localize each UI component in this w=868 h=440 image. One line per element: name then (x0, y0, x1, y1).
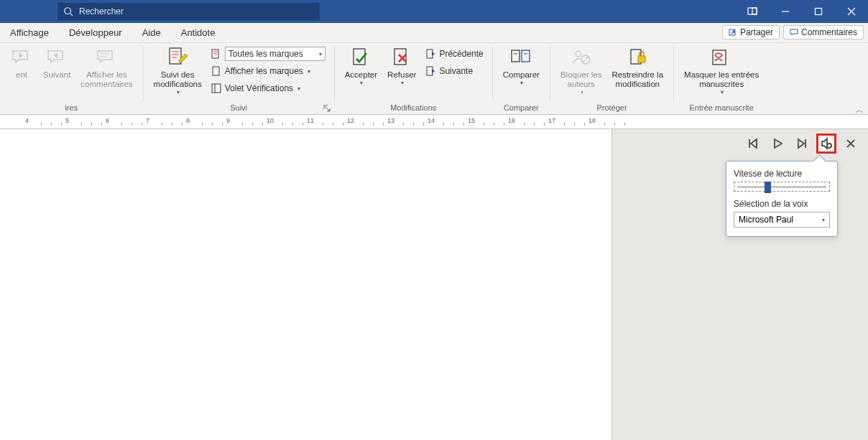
reviewing-pane-button[interactable]: Volet Vérifications ▾ (208, 80, 328, 96)
reviewing-pane-label: Volet Vérifications (225, 83, 293, 93)
share-button[interactable]: Partager (722, 25, 780, 39)
ruler-mark: 6 (106, 117, 109, 124)
minimize-button[interactable] (769, 0, 802, 23)
restrict-editing-label: Restreindre la modification (611, 70, 663, 89)
group-changes-label: Modifications (390, 103, 436, 114)
tab-aide[interactable]: Aide (132, 23, 171, 42)
read-aloud-toolbar (743, 134, 861, 154)
track-changes-label: Suivi des modifications (154, 70, 202, 89)
read-previous-button[interactable] (743, 134, 763, 154)
ruler-mark: 10 (267, 117, 274, 124)
svg-rect-18 (213, 67, 219, 75)
page-icon (211, 65, 222, 77)
track-changes-icon (166, 46, 189, 69)
ruler-mark: 15 (468, 117, 475, 124)
document-area: Vitesse de lecture Sélection de la voix … (0, 129, 868, 440)
comments-button[interactable]: Commentaires (783, 25, 864, 39)
titlebar (0, 0, 868, 23)
group-ink: Masquer les entrées manuscrites ▾ Entrée… (674, 43, 769, 114)
comments-label: Commentaires (801, 27, 857, 37)
reading-speed-slider[interactable] (734, 182, 830, 192)
show-markup-label: Afficher les marques (225, 66, 303, 76)
side-gutter: Vitesse de lecture Sélection de la voix … (612, 129, 868, 440)
group-comments: ent Suivant Afficher les commentaires ir… (0, 43, 143, 114)
ink-icon (710, 46, 733, 69)
group-compare: Comparer ▾ Comparer (493, 43, 550, 114)
ruler-mark: 11 (307, 117, 314, 124)
close-button[interactable] (835, 0, 868, 23)
svg-rect-19 (212, 84, 221, 93)
ribbon-tabs: Affichage Développeur Aide Antidote Part… (0, 23, 868, 43)
markup-display-combo[interactable]: Toutes les marques▾ (208, 46, 328, 62)
ruler-mark: 8 (186, 117, 190, 124)
block-authors-button: Bloquer les auteurs ▾ (556, 45, 606, 100)
read-play-button[interactable] (767, 134, 788, 154)
show-comments-button: Afficher les commentaires (76, 45, 137, 100)
ruler-mark: 9 (226, 117, 230, 124)
svg-rect-33 (638, 56, 645, 62)
speech-bubble-icon (95, 46, 118, 69)
svg-rect-3 (752, 8, 757, 14)
show-comments-label: Afficher les commentaires (80, 70, 132, 89)
hide-ink-button[interactable]: Masquer les entrées manuscrites ▾ (680, 45, 763, 100)
collapse-ribbon-button[interactable]: ︿ (856, 105, 864, 116)
speech-bubble-right-icon (45, 46, 68, 69)
read-settings-button[interactable] (816, 134, 836, 154)
maximize-button[interactable] (802, 0, 835, 23)
svg-rect-24 (427, 67, 433, 75)
ruler-mark: 14 (428, 117, 435, 124)
group-comments-label: ires (65, 103, 78, 114)
show-markup-button[interactable]: Afficher les marques ▾ (208, 63, 328, 79)
read-aloud-settings-popover: Vitesse de lecture Sélection de la voix … (726, 161, 838, 237)
tab-antidote[interactable]: Antidote (171, 23, 226, 42)
share-icon (729, 28, 737, 37)
search-box[interactable] (57, 3, 320, 20)
tab-affichage[interactable]: Affichage (0, 23, 59, 42)
accept-button[interactable]: Accepter ▾ (341, 45, 382, 100)
suivi-dialog-launcher[interactable] (323, 103, 333, 113)
window-controls (736, 0, 868, 23)
reject-button[interactable]: Refuser ▾ (383, 45, 420, 100)
prev-change-button[interactable]: Précédente (422, 46, 486, 62)
svg-rect-26 (522, 50, 530, 62)
ruler-mark: 5 (65, 117, 69, 124)
group-ink-label: Entrée manuscrite (690, 103, 754, 114)
search-input[interactable] (79, 6, 314, 17)
next-change-label: Suivante (439, 66, 473, 76)
voice-select-label: Sélection de la voix (734, 199, 830, 209)
ribbon: ent Suivant Afficher les commentaires ir… (0, 43, 868, 115)
svg-line-31 (583, 57, 588, 62)
accept-label: Accepter (345, 70, 377, 80)
compare-button[interactable]: Comparer ▾ (499, 45, 544, 100)
group-protect: Bloquer les auteurs ▾ Restreindre la mod… (550, 43, 673, 114)
group-suivi-label: Suivi (230, 103, 247, 114)
pane-icon (211, 83, 222, 94)
next-comment-button: Suivant (39, 45, 75, 100)
next-comment-label: Suivant (43, 70, 70, 80)
group-changes: Accepter ▾ Refuser ▾ Précédente Suivante… (335, 43, 492, 114)
ruler-mark: 16 (508, 117, 515, 124)
tab-developpeur[interactable]: Développeur (59, 23, 132, 42)
prev-comment-label: ent (16, 70, 27, 80)
next-change-icon (425, 65, 436, 77)
prev-comment-button: ent (6, 45, 37, 100)
read-next-button[interactable] (792, 134, 812, 154)
voice-select-value: Microsoft Paul (739, 215, 793, 225)
svg-rect-23 (427, 50, 433, 58)
share-label: Partager (740, 27, 773, 37)
hide-ink-label: Masquer les entrées manuscrites (684, 70, 759, 89)
group-suivi: Suivi des modifications ▾ Toutes les mar… (144, 43, 334, 114)
ruler[interactable]: 456789101112131415161718 (0, 115, 868, 129)
track-changes-button[interactable]: Suivi des modifications ▾ (149, 45, 206, 100)
read-close-button[interactable] (841, 134, 861, 154)
restrict-editing-button[interactable]: Restreindre la modification (607, 45, 668, 100)
markup-combo-value: Toutes les marques (228, 49, 303, 59)
svg-rect-5 (816, 9, 822, 15)
slider-thumb[interactable] (765, 182, 771, 193)
next-change-button[interactable]: Suivante (422, 63, 486, 79)
ribbon-display-options-button[interactable] (736, 0, 769, 23)
search-icon (63, 6, 73, 17)
voice-select[interactable]: Microsoft Paul ▾ (734, 212, 830, 228)
markup-icon (211, 48, 222, 60)
document-page[interactable] (0, 129, 612, 440)
